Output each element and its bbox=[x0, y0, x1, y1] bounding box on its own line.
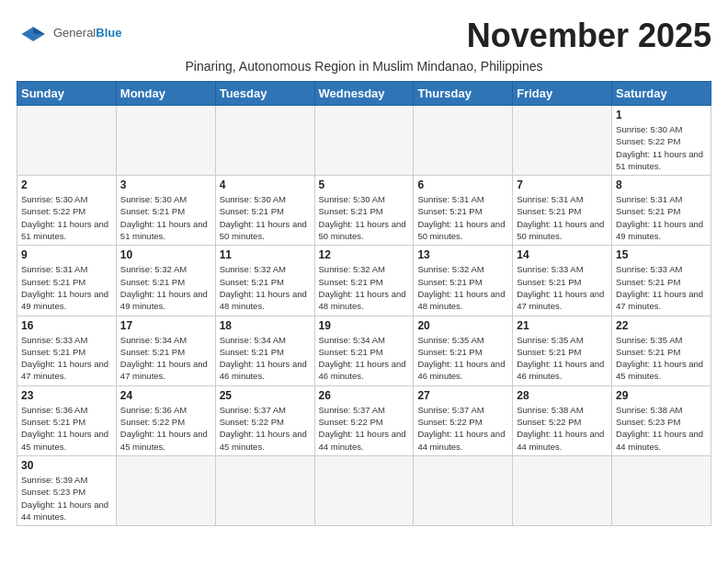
weekday-header-sunday: Sunday bbox=[17, 82, 117, 106]
calendar-week-row: 1Sunrise: 5:30 AM Sunset: 5:22 PM Daylig… bbox=[17, 106, 711, 176]
logo-blue-text: Blue bbox=[96, 26, 121, 40]
day-info: Sunrise: 5:37 AM Sunset: 5:22 PM Dayligh… bbox=[220, 404, 311, 453]
day-number: 2 bbox=[21, 178, 112, 191]
calendar-day-cell: 20Sunrise: 5:35 AM Sunset: 5:21 PM Dayli… bbox=[414, 316, 513, 385]
weekday-header-wednesday: Wednesday bbox=[314, 82, 414, 106]
logo-area: GeneralBlue bbox=[17, 17, 121, 44]
day-number: 10 bbox=[120, 248, 211, 261]
calendar-day-cell: 9Sunrise: 5:31 AM Sunset: 5:21 PM Daylig… bbox=[17, 246, 117, 316]
calendar-day-cell bbox=[116, 106, 215, 176]
day-number: 25 bbox=[220, 389, 311, 402]
day-info: Sunrise: 5:31 AM Sunset: 5:21 PM Dayligh… bbox=[616, 193, 707, 242]
calendar-day-cell: 1Sunrise: 5:30 AM Sunset: 5:22 PM Daylig… bbox=[612, 106, 711, 176]
calendar-day-cell: 3Sunrise: 5:30 AM Sunset: 5:21 PM Daylig… bbox=[116, 176, 215, 246]
month-title: November 2025 bbox=[467, 17, 711, 55]
calendar-day-cell: 2Sunrise: 5:30 AM Sunset: 5:22 PM Daylig… bbox=[17, 176, 117, 246]
day-info: Sunrise: 5:32 AM Sunset: 5:21 PM Dayligh… bbox=[319, 263, 410, 312]
calendar-table: SundayMondayTuesdayWednesdayThursdayFrid… bbox=[17, 81, 711, 526]
calendar-day-cell: 13Sunrise: 5:32 AM Sunset: 5:21 PM Dayli… bbox=[414, 246, 513, 316]
calendar-day-cell: 26Sunrise: 5:37 AM Sunset: 5:22 PM Dayli… bbox=[314, 385, 414, 455]
day-number: 26 bbox=[319, 389, 410, 402]
day-info: Sunrise: 5:33 AM Sunset: 5:21 PM Dayligh… bbox=[616, 263, 707, 312]
day-info: Sunrise: 5:38 AM Sunset: 5:22 PM Dayligh… bbox=[517, 404, 608, 453]
calendar-day-cell: 29Sunrise: 5:38 AM Sunset: 5:23 PM Dayli… bbox=[612, 385, 711, 455]
calendar-day-cell bbox=[414, 106, 513, 176]
day-info: Sunrise: 5:39 AM Sunset: 5:23 PM Dayligh… bbox=[21, 474, 112, 523]
day-info: Sunrise: 5:32 AM Sunset: 5:21 PM Dayligh… bbox=[220, 263, 311, 312]
day-number: 9 bbox=[21, 248, 112, 261]
calendar-day-cell bbox=[513, 455, 612, 525]
day-info: Sunrise: 5:36 AM Sunset: 5:21 PM Dayligh… bbox=[21, 404, 112, 453]
calendar-day-cell bbox=[314, 455, 414, 525]
calendar-day-cell: 12Sunrise: 5:32 AM Sunset: 5:21 PM Dayli… bbox=[314, 246, 414, 316]
page-container: GeneralBlue November 2025 Pinaring, Auto… bbox=[17, 17, 711, 526]
calendar-day-cell bbox=[414, 455, 513, 525]
calendar-day-cell: 22Sunrise: 5:35 AM Sunset: 5:21 PM Dayli… bbox=[612, 316, 711, 385]
day-number: 5 bbox=[319, 178, 410, 191]
day-info: Sunrise: 5:32 AM Sunset: 5:21 PM Dayligh… bbox=[120, 263, 211, 312]
day-number: 6 bbox=[417, 178, 508, 191]
day-number: 22 bbox=[616, 319, 707, 332]
calendar-day-cell bbox=[116, 455, 215, 525]
day-info: Sunrise: 5:31 AM Sunset: 5:21 PM Dayligh… bbox=[517, 193, 608, 242]
header-area: GeneralBlue November 2025 bbox=[17, 17, 711, 55]
day-info: Sunrise: 5:37 AM Sunset: 5:22 PM Dayligh… bbox=[319, 404, 410, 453]
day-number: 18 bbox=[220, 319, 311, 332]
calendar-day-cell: 14Sunrise: 5:33 AM Sunset: 5:21 PM Dayli… bbox=[513, 246, 612, 316]
calendar-day-cell bbox=[17, 106, 117, 176]
weekday-header-thursday: Thursday bbox=[414, 82, 513, 106]
calendar-week-row: 30Sunrise: 5:39 AM Sunset: 5:23 PM Dayli… bbox=[17, 455, 711, 525]
day-number: 23 bbox=[21, 389, 112, 402]
day-number: 29 bbox=[616, 389, 707, 402]
day-info: Sunrise: 5:31 AM Sunset: 5:21 PM Dayligh… bbox=[21, 263, 112, 312]
calendar-week-row: 23Sunrise: 5:36 AM Sunset: 5:21 PM Dayli… bbox=[17, 385, 711, 455]
calendar-day-cell: 6Sunrise: 5:31 AM Sunset: 5:21 PM Daylig… bbox=[414, 176, 513, 246]
calendar-day-cell: 19Sunrise: 5:34 AM Sunset: 5:21 PM Dayli… bbox=[314, 316, 414, 385]
calendar-day-cell: 27Sunrise: 5:37 AM Sunset: 5:22 PM Dayli… bbox=[414, 385, 513, 455]
day-info: Sunrise: 5:30 AM Sunset: 5:21 PM Dayligh… bbox=[220, 193, 311, 242]
calendar-header-row: SundayMondayTuesdayWednesdayThursdayFrid… bbox=[17, 82, 711, 106]
day-number: 4 bbox=[220, 178, 311, 191]
calendar-day-cell: 21Sunrise: 5:35 AM Sunset: 5:21 PM Dayli… bbox=[513, 316, 612, 385]
calendar-day-cell: 23Sunrise: 5:36 AM Sunset: 5:21 PM Dayli… bbox=[17, 385, 117, 455]
calendar-day-cell bbox=[314, 106, 414, 176]
day-number: 3 bbox=[120, 178, 211, 191]
day-number: 27 bbox=[417, 389, 508, 402]
calendar-day-cell bbox=[215, 106, 314, 176]
day-number: 15 bbox=[616, 248, 707, 261]
calendar-day-cell bbox=[612, 455, 711, 525]
day-info: Sunrise: 5:33 AM Sunset: 5:21 PM Dayligh… bbox=[517, 263, 608, 312]
day-info: Sunrise: 5:35 AM Sunset: 5:21 PM Dayligh… bbox=[417, 334, 508, 383]
day-info: Sunrise: 5:30 AM Sunset: 5:21 PM Dayligh… bbox=[319, 193, 410, 242]
calendar-day-cell bbox=[215, 455, 314, 525]
calendar-week-row: 2Sunrise: 5:30 AM Sunset: 5:22 PM Daylig… bbox=[17, 176, 711, 246]
day-number: 1 bbox=[616, 109, 707, 121]
weekday-header-saturday: Saturday bbox=[612, 82, 711, 106]
calendar-week-row: 16Sunrise: 5:33 AM Sunset: 5:21 PM Dayli… bbox=[17, 316, 711, 385]
day-info: Sunrise: 5:30 AM Sunset: 5:21 PM Dayligh… bbox=[120, 193, 211, 242]
day-number: 28 bbox=[517, 389, 608, 402]
day-info: Sunrise: 5:34 AM Sunset: 5:21 PM Dayligh… bbox=[220, 334, 311, 383]
day-info: Sunrise: 5:33 AM Sunset: 5:21 PM Dayligh… bbox=[21, 334, 112, 383]
calendar-day-cell: 10Sunrise: 5:32 AM Sunset: 5:21 PM Dayli… bbox=[116, 246, 215, 316]
calendar-day-cell: 7Sunrise: 5:31 AM Sunset: 5:21 PM Daylig… bbox=[513, 176, 612, 246]
day-number: 24 bbox=[120, 389, 211, 402]
day-number: 7 bbox=[517, 178, 608, 191]
day-number: 21 bbox=[517, 319, 608, 332]
day-number: 17 bbox=[120, 319, 211, 332]
calendar-day-cell: 4Sunrise: 5:30 AM Sunset: 5:21 PM Daylig… bbox=[215, 176, 314, 246]
day-info: Sunrise: 5:37 AM Sunset: 5:22 PM Dayligh… bbox=[417, 404, 508, 453]
calendar-week-row: 9Sunrise: 5:31 AM Sunset: 5:21 PM Daylig… bbox=[17, 246, 711, 316]
day-info: Sunrise: 5:30 AM Sunset: 5:22 PM Dayligh… bbox=[21, 193, 112, 242]
calendar-day-cell: 8Sunrise: 5:31 AM Sunset: 5:21 PM Daylig… bbox=[612, 176, 711, 246]
calendar-day-cell: 30Sunrise: 5:39 AM Sunset: 5:23 PM Dayli… bbox=[17, 455, 117, 525]
day-number: 8 bbox=[616, 178, 707, 191]
logo-general-text: General bbox=[53, 26, 96, 40]
calendar-day-cell: 17Sunrise: 5:34 AM Sunset: 5:21 PM Dayli… bbox=[116, 316, 215, 385]
calendar-day-cell: 18Sunrise: 5:34 AM Sunset: 5:21 PM Dayli… bbox=[215, 316, 314, 385]
day-info: Sunrise: 5:38 AM Sunset: 5:23 PM Dayligh… bbox=[616, 404, 707, 453]
day-number: 16 bbox=[21, 319, 112, 332]
weekday-header-monday: Monday bbox=[116, 82, 215, 106]
subtitle: Pinaring, Autonomous Region in Muslim Mi… bbox=[17, 59, 711, 74]
day-number: 11 bbox=[220, 248, 311, 261]
